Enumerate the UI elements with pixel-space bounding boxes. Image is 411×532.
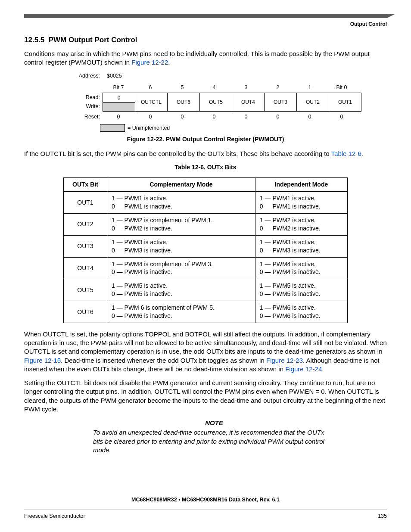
intro-paragraph: Conditions may arise in which the PWM pi… <box>24 50 387 67</box>
reg-field-out5: OUT5 <box>200 93 232 112</box>
bit-label-5: 5 <box>166 84 198 91</box>
table-row: OUT31 — PWM3 is active.0 — PWM3 is inact… <box>64 235 348 257</box>
table-row: OUT61 — PWM 6 is complement of PWM 5.0 —… <box>64 301 348 323</box>
reg-bit7-read: 0 <box>103 93 135 103</box>
section-title: PWM Output Port Control <box>49 36 137 44</box>
cell-bit: OUT6 <box>64 301 107 323</box>
bit-label-7: Bit 7 <box>103 84 134 91</box>
reset-1: 0 <box>294 113 326 121</box>
para-polarity: When OUTCTL is set, the polarity options… <box>24 330 387 373</box>
note-block: NOTE To avoid an unexpected dead-time oc… <box>93 419 335 454</box>
xref-figure-12-15[interactable]: Figure 12-15 <box>24 357 61 364</box>
reg-field-out3: OUT3 <box>265 93 297 112</box>
read-label: Read: <box>72 94 100 101</box>
address-value: $0025 <box>103 72 122 80</box>
reg-bit7: 0 <box>103 93 135 112</box>
para2-b: . <box>361 150 363 157</box>
footer-vendor: Freescale Semiconductor <box>24 513 85 520</box>
para3-b: . Dead-time is inserted whenever the odd… <box>61 357 266 364</box>
cell-independent: 1 — PWM1 is active.0 — PWM1 is inactive. <box>255 192 347 214</box>
section-number: 12.5.5 <box>24 36 44 44</box>
legend-text: = Unimplemented <box>128 124 170 132</box>
figure-caption: Figure 12-22. PWM Output Control Registe… <box>24 135 387 143</box>
reset-3: 0 <box>230 113 262 121</box>
cell-complementary: 1 — PWM 6 is complement of PWM 5.0 — PWM… <box>107 301 255 323</box>
para3-a: When OUTCTL is set, the polarity options… <box>24 330 387 355</box>
intro-text-a: Conditions may arise in which the PWM pi… <box>24 50 370 66</box>
para2-a: If the OUTCTL bit is set, the PWM pins c… <box>24 150 331 157</box>
cell-complementary: 1 — PWM1 is active.0 — PWM1 is inactive. <box>107 192 255 214</box>
table-row: OUT41 — PWM4 is complement of PWM 3.0 — … <box>64 257 348 279</box>
reset-4: 0 <box>198 113 230 121</box>
reg-field-out6: OUT6 <box>168 93 200 112</box>
running-header: Output Control <box>24 21 387 28</box>
cell-independent: 1 — PWM3 is active.0 — PWM3 is inactive. <box>255 235 347 257</box>
th-bit: OUTx Bit <box>64 178 107 192</box>
th-ind: Independent Mode <box>255 178 347 192</box>
reg-bit7-write-unimpl <box>103 103 135 112</box>
cell-bit: OUT3 <box>64 235 107 257</box>
write-label: Write: <box>72 103 100 110</box>
cell-bit: OUT4 <box>64 257 107 279</box>
cell-bit: OUT2 <box>64 213 107 235</box>
para3-d: . <box>322 365 324 373</box>
para-outctl-behavior: Setting the OUTCTL bit does not disable … <box>24 379 387 414</box>
outx-table: OUTx Bit Complementary Mode Independent … <box>63 177 348 323</box>
footer-docline: MC68HC908MR32 • MC68HC908MR16 Data Sheet… <box>24 496 387 504</box>
para-outctl: If the OUTCTL bit is set, the PWM pins c… <box>24 149 387 158</box>
note-text: To avoid an unexpected dead-time occurre… <box>93 428 335 454</box>
reset-5: 0 <box>166 113 198 121</box>
cell-independent: 1 — PWM5 is active.0 — PWM5 is inactive. <box>255 279 347 301</box>
cell-independent: 1 — PWM4 is active.0 — PWM4 is inactive. <box>255 257 347 279</box>
reset-7: 0 <box>103 113 134 121</box>
section-heading: 12.5.5 PWM Output Port Control <box>24 35 387 45</box>
xref-table-12-6[interactable]: Table 12-6 <box>331 150 361 157</box>
reset-6: 0 <box>134 113 166 121</box>
cell-independent: 1 — PWM6 is active.0 — PWM6 is inactive. <box>255 301 347 323</box>
footer-rule <box>24 510 387 510</box>
table-row: OUT51 — PWM5 is active.0 — PWM5 is inact… <box>64 279 348 301</box>
bit-label-1: 1 <box>294 84 326 91</box>
footer-page-number: 135 <box>378 513 387 520</box>
bit-label-2: 2 <box>262 84 294 91</box>
register-diagram: Address: $0025 Bit 7 6 5 4 3 2 1 Bit 0 R… <box>72 72 387 132</box>
cell-complementary: 1 — PWM5 is active.0 — PWM5 is inactive. <box>107 279 255 301</box>
cell-bit: OUT5 <box>64 279 107 301</box>
address-label: Address: <box>72 72 103 80</box>
reset-label: Reset: <box>72 113 103 121</box>
reset-0: 0 <box>326 113 358 121</box>
xref-figure-12-24[interactable]: Figure 12-24 <box>285 365 322 373</box>
reg-field-out2: OUT2 <box>297 93 329 112</box>
cell-complementary: 1 — PWM4 is complement of PWM 3.0 — PWM4… <box>107 257 255 279</box>
page-footer: MC68HC908MR32 • MC68HC908MR16 Data Sheet… <box>24 496 387 520</box>
reg-field-out4: OUT4 <box>232 93 265 112</box>
reg-field-out1: OUT1 <box>329 93 361 112</box>
th-comp: Complementary Mode <box>107 178 255 192</box>
xref-figure-12-23[interactable]: Figure 12-23 <box>266 357 303 364</box>
intro-text-b: . <box>168 59 170 66</box>
table-caption: Table 12-6. OUTx Bits <box>24 163 387 171</box>
reset-2: 0 <box>262 113 294 121</box>
reg-field-outctl: OUTCTL <box>135 93 168 112</box>
header-rule <box>24 14 387 18</box>
table-row: OUT21 — PWM2 is complement of PWM 1.0 — … <box>64 213 348 235</box>
bit-label-0: Bit 0 <box>326 84 358 91</box>
table-row: OUT11 — PWM1 is active.0 — PWM1 is inact… <box>64 192 348 214</box>
note-label: NOTE <box>93 419 335 427</box>
bit-label-4: 4 <box>198 84 230 91</box>
bit-label-6: 6 <box>134 84 166 91</box>
bit-label-3: 3 <box>230 84 262 91</box>
cell-complementary: 1 — PWM3 is active.0 — PWM3 is inactive. <box>107 235 255 257</box>
cell-bit: OUT1 <box>64 192 107 214</box>
cell-complementary: 1 — PWM2 is complement of PWM 1.0 — PWM2… <box>107 213 255 235</box>
legend-swatch <box>100 124 125 132</box>
xref-figure-12-22[interactable]: Figure 12-22 <box>131 59 168 66</box>
cell-independent: 1 — PWM2 is active.0 — PWM2 is inactive. <box>255 213 347 235</box>
